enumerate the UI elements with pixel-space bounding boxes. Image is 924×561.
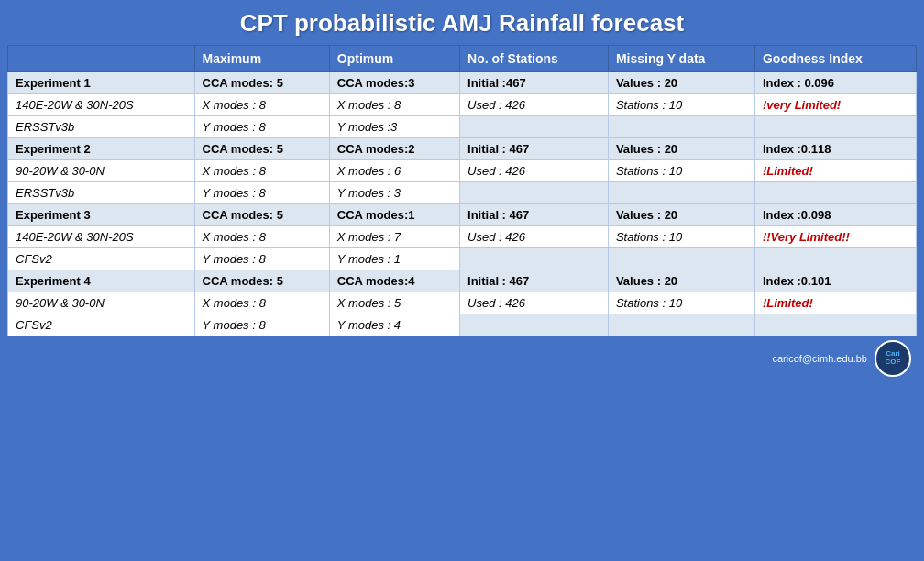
table-row: 90-20W & 30-0NX modes : 8X modes : 6Used… [8,160,917,182]
cell-1-1: X modes : 8 [194,94,329,116]
cell-7-3: Used : 426 [460,226,609,248]
footer-bar: caricof@cimh.edu.bb CariCOF [7,340,917,377]
cell-9-4: Values : 20 [608,270,754,292]
table-row: Experiment 4CCA modes: 5CCA modes:4Initi… [8,270,917,292]
cell-7-4: Stations : 10 [608,226,754,248]
cell-0-4: Values : 20 [608,72,754,94]
cell-10-4: Stations : 10 [608,292,754,314]
cell-7-1: X modes : 8 [194,226,329,248]
cell-10-3: Used : 426 [460,292,609,314]
cell-2-1: Y modes : 8 [194,116,329,138]
cell-1-4: Stations : 10 [608,94,754,116]
cell-11-2: Y modes : 4 [329,314,459,336]
col-header-maximum: Maximum [194,46,329,72]
col-header-experiment [8,46,195,72]
logo-text: CariCOF [886,350,901,367]
table-row: 140E-20W & 30N-20SX modes : 8X modes : 8… [8,94,917,116]
cell-6-2: CCA modes:1 [329,204,459,226]
cell-1-0: 140E-20W & 30N-20S [8,94,195,116]
cell-5-3 [460,182,609,204]
cell-9-0: Experiment 4 [8,270,195,292]
cell-4-2: X modes : 6 [329,160,459,182]
cell-4-4: Stations : 10 [608,160,754,182]
cell-8-1: Y modes : 8 [194,248,329,270]
table-row: CFSv2Y modes : 8Y modes : 1 [8,248,917,270]
table-row: 140E-20W & 30N-20SX modes : 8X modes : 7… [8,226,917,248]
cell-0-2: CCA modes:3 [329,72,459,94]
cell-6-0: Experiment 3 [8,204,195,226]
cell-5-5 [754,182,916,204]
cell-2-0: ERSSTv3b [8,116,195,138]
table-row: 90-20W & 30-0NX modes : 8X modes : 5Used… [8,292,917,314]
cell-4-5: !Limited! [754,160,916,182]
cell-5-1: Y modes : 8 [194,182,329,204]
cell-8-5 [754,248,916,270]
cell-8-2: Y modes : 1 [329,248,459,270]
cell-11-1: Y modes : 8 [194,314,329,336]
col-header-optimum: Optimum [329,46,459,72]
cell-2-2: Y modes :3 [329,116,459,138]
page-title: CPT probabilistic AMJ Rainfall forecast [240,9,684,38]
table-row: Experiment 3CCA modes: 5CCA modes:1Initi… [8,204,917,226]
cell-3-0: Experiment 2 [8,138,195,160]
cell-4-1: X modes : 8 [194,160,329,182]
table-row: Experiment 2CCA modes: 5CCA modes:2Initi… [8,138,917,160]
cell-7-2: X modes : 7 [329,226,459,248]
table-row: ERSSTv3bY modes : 8Y modes :3 [8,116,917,138]
footer-email: caricof@cimh.edu.bb [773,353,868,364]
cell-5-2: Y modes : 3 [329,182,459,204]
cell-9-5: Index :0.101 [754,270,916,292]
cell-2-4 [608,116,754,138]
cell-7-0: 140E-20W & 30N-20S [8,226,195,248]
cell-10-0: 90-20W & 30-0N [8,292,195,314]
table-row: ERSSTv3bY modes : 8Y modes : 3 [8,182,917,204]
cell-0-0: Experiment 1 [8,72,195,94]
data-table: Maximum Optimum No. of Stations Missing … [7,45,917,336]
cell-1-2: X modes : 8 [329,94,459,116]
cell-3-4: Values : 20 [608,138,754,160]
cell-5-0: ERSSTv3b [8,182,195,204]
cell-6-3: Initial : 467 [460,204,609,226]
cell-0-5: Index : 0.096 [754,72,916,94]
col-header-goodness: Goodness Index [754,46,916,72]
table-row: CFSv2Y modes : 8Y modes : 4 [8,314,917,336]
cell-10-5: !Limited! [754,292,916,314]
cell-11-4 [608,314,754,336]
cell-11-5 [754,314,916,336]
cell-11-0: CFSv2 [8,314,195,336]
cell-1-5: !very Limited! [754,94,916,116]
cell-10-2: X modes : 5 [329,292,459,314]
cell-8-4 [608,248,754,270]
cell-9-2: CCA modes:4 [329,270,459,292]
caricof-logo: CariCOF [874,340,911,377]
cell-4-0: 90-20W & 30-0N [8,160,195,182]
cell-4-3: Used : 426 [460,160,609,182]
cell-9-1: CCA modes: 5 [194,270,329,292]
cell-3-3: Initial : 467 [460,138,609,160]
cell-0-1: CCA modes: 5 [194,72,329,94]
cell-2-5 [754,116,916,138]
cell-3-2: CCA modes:2 [329,138,459,160]
cell-8-0: CFSv2 [8,248,195,270]
cell-5-4 [608,182,754,204]
cell-0-3: Initial :467 [460,72,609,94]
cell-1-3: Used : 426 [460,94,609,116]
cell-8-3 [460,248,609,270]
table-row: Experiment 1CCA modes: 5CCA modes:3Initi… [8,72,917,94]
cell-2-3 [460,116,609,138]
cell-10-1: X modes : 8 [194,292,329,314]
cell-6-1: CCA modes: 5 [194,204,329,226]
col-header-stations: No. of Stations [460,46,609,72]
main-container: CPT probabilistic AMJ Rainfall forecast … [0,0,924,561]
col-header-missing: Missing Y data [608,46,754,72]
cell-9-3: Initial : 467 [460,270,609,292]
cell-6-4: Values : 20 [608,204,754,226]
cell-11-3 [460,314,609,336]
cell-7-5: !!Very Limited!! [754,226,916,248]
cell-6-5: Index :0.098 [754,204,916,226]
cell-3-5: Index :0.118 [754,138,916,160]
table-header-row: Maximum Optimum No. of Stations Missing … [8,46,917,72]
cell-3-1: CCA modes: 5 [194,138,329,160]
